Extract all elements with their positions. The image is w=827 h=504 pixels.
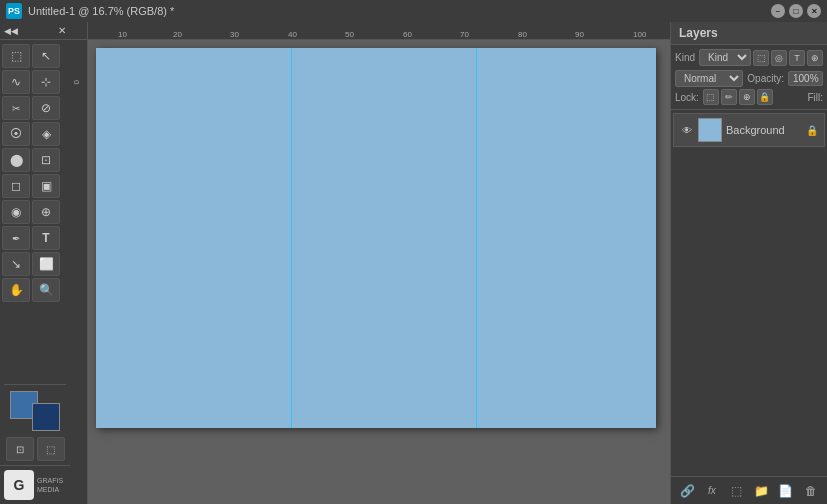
clone-stamp-tool[interactable]: ⬤ (2, 148, 30, 172)
ruler-left: 0 (70, 40, 88, 504)
tools-container: ⬚ ↖ ∿ ⊹ ✂ ⊘ ⦿ ◈ ⬤ ⊡ (0, 40, 70, 382)
spot-heal-tool[interactable]: ⦿ (2, 122, 30, 146)
shape-tool[interactable]: ⬜ (32, 252, 60, 276)
lock-all-icon[interactable]: 🔒 (757, 89, 773, 105)
ruler-mark-100: 100 (633, 31, 646, 39)
eraser-tool[interactable]: ◻ (2, 174, 30, 198)
watermark-logo: G (4, 470, 34, 500)
quick-mask-button[interactable]: ⊡ (6, 437, 34, 461)
ruler-mark-60: 60 (403, 31, 412, 39)
dodge-tool[interactable]: ⊕ (32, 200, 60, 224)
ruler-left-0: 0 (72, 80, 81, 84)
toolbar: ◀◀ ✕ ⬚ ↖ ∿ ⊹ ✂ ⊘ ⦿ ◈ (0, 22, 70, 504)
maximize-button[interactable]: □ (789, 4, 803, 18)
watermark-line2: MEDIA (37, 485, 63, 494)
filter-adjust-icon[interactable]: ◎ (771, 50, 787, 66)
quick-select-tool[interactable]: ⊹ (32, 70, 60, 94)
gradient-tool[interactable]: ▣ (32, 174, 60, 198)
lock-position-icon[interactable]: ⊕ (739, 89, 755, 105)
eyedropper-tool[interactable]: ⊘ (32, 96, 60, 120)
lock-image-icon[interactable]: ✏ (721, 89, 737, 105)
new-group-icon[interactable]: 📁 (752, 482, 770, 500)
blend-mode-select[interactable]: Normal Multiply Screen (675, 70, 743, 87)
visibility-icon[interactable]: 👁 (680, 123, 694, 137)
ruler-top-marks: 10 20 30 40 50 60 70 80 90 100 (88, 22, 670, 39)
watermark-text: GRAFIS MEDIA (37, 476, 63, 494)
ruler-mark-70: 70 (460, 31, 469, 39)
pen-tool[interactable]: ✒ (2, 226, 30, 250)
minimize-button[interactable]: − (771, 4, 785, 18)
ruler-mark-10: 10 (118, 31, 127, 39)
lock-row: Lock: ⬚ ✏ ⊕ 🔒 Fill: (675, 89, 823, 105)
toolbar-close[interactable]: ✕ (58, 25, 66, 36)
panel-header: Layers (671, 22, 827, 45)
path-select-tool[interactable]: ↘ (2, 252, 30, 276)
layer-background[interactable]: 👁 Background 🔒 (673, 113, 825, 147)
canvas-container[interactable] (88, 40, 670, 504)
tool-row-5: ⬤ ⊡ (2, 148, 68, 172)
text-tool[interactable]: T (32, 226, 60, 250)
move-tool[interactable]: ↖ (32, 44, 60, 68)
ruler-mark-20: 20 (173, 31, 182, 39)
tool-row-10: ✋ 🔍 (2, 278, 68, 302)
lasso-tool[interactable]: ∿ (2, 70, 30, 94)
ruler-mark-40: 40 (288, 31, 297, 39)
filter-pixel-icon[interactable]: ⬚ (753, 50, 769, 66)
kind-select[interactable]: Kind (699, 49, 751, 66)
canvas-area: 10 20 30 40 50 60 70 80 90 100 0 (70, 22, 670, 504)
layer-name: Background (726, 124, 802, 136)
history-brush-tool[interactable]: ⊡ (32, 148, 60, 172)
filter-smart-icon[interactable]: ⊕ (807, 50, 823, 66)
kind-label: Kind (675, 52, 695, 63)
tool-row-1: ⬚ ↖ (2, 44, 68, 68)
hand-tool[interactable]: ✋ (2, 278, 30, 302)
new-layer-icon[interactable]: 📄 (777, 482, 795, 500)
layers-panel-title: Layers (679, 26, 718, 40)
ps-icon: PS (6, 3, 22, 19)
title-bar: PS Untitled-1 @ 16.7% (RGB/8) * − □ ✕ (0, 0, 827, 22)
kind-row: Kind Kind ⬚ ◎ T ⊕ (675, 49, 823, 66)
layers-list: 👁 Background 🔒 (671, 110, 827, 295)
opacity-label: Opacity: (747, 73, 784, 84)
new-fill-icon[interactable]: ⬚ (728, 482, 746, 500)
ruler-left-marks: 0 (72, 60, 81, 84)
swatch-container (10, 391, 60, 431)
delete-layer-icon[interactable]: 🗑 (802, 482, 820, 500)
layer-thumbnail (698, 118, 722, 142)
link-icon[interactable]: 🔗 (678, 482, 696, 500)
opacity-value[interactable]: 100% (788, 71, 823, 86)
tool-row-6: ◻ ▣ (2, 174, 68, 198)
close-button[interactable]: ✕ (807, 4, 821, 18)
zoom-tool[interactable]: 🔍 (32, 278, 60, 302)
color-swatches (0, 387, 70, 435)
blur-tool[interactable]: ◉ (2, 200, 30, 224)
watermark-line1: GRAFIS (37, 476, 63, 485)
window-controls[interactable]: − □ ✕ (771, 4, 821, 18)
tool-row-8: ✒ T (2, 226, 68, 250)
tool-row-3: ✂ ⊘ (2, 96, 68, 120)
marquee-tool[interactable]: ⬚ (2, 44, 30, 68)
ruler-mark-90: 90 (575, 31, 584, 39)
ruler-mark-30: 30 (230, 31, 239, 39)
canvas-with-ruler: 0 (70, 40, 670, 504)
guide-line-2 (476, 48, 477, 428)
filter-icons: ⬚ ◎ T ⊕ (753, 50, 823, 66)
tool-row-2: ∿ ⊹ (2, 70, 68, 94)
screen-mode-button[interactable]: ⬚ (37, 437, 65, 461)
lock-transparent-icon[interactable]: ⬚ (703, 89, 719, 105)
layers-panel: Layers Kind Kind ⬚ ◎ T ⊕ Normal (670, 22, 827, 504)
crop-tool[interactable]: ✂ (2, 96, 30, 120)
toolbar-collapse: ◀◀ ✕ (0, 22, 70, 40)
background-color-swatch[interactable] (32, 403, 60, 431)
fx-icon[interactable]: fx (703, 482, 721, 500)
window-title: Untitled-1 @ 16.7% (RGB/8) * (28, 5, 174, 17)
filter-type-icon[interactable]: T (789, 50, 805, 66)
blend-row: Normal Multiply Screen Opacity: 100% (675, 70, 823, 87)
tool-row-9: ↘ ⬜ (2, 252, 68, 276)
ruler-mark-80: 80 (518, 31, 527, 39)
layers-footer: 🔗 fx ⬚ 📁 📄 🗑 (671, 476, 827, 504)
brush-tool[interactable]: ◈ (32, 122, 60, 146)
extra-tools: ⊡ ⬚ (0, 435, 70, 465)
tool-row-4: ⦿ ◈ (2, 122, 68, 146)
collapse-arrow[interactable]: ◀◀ (4, 26, 18, 36)
